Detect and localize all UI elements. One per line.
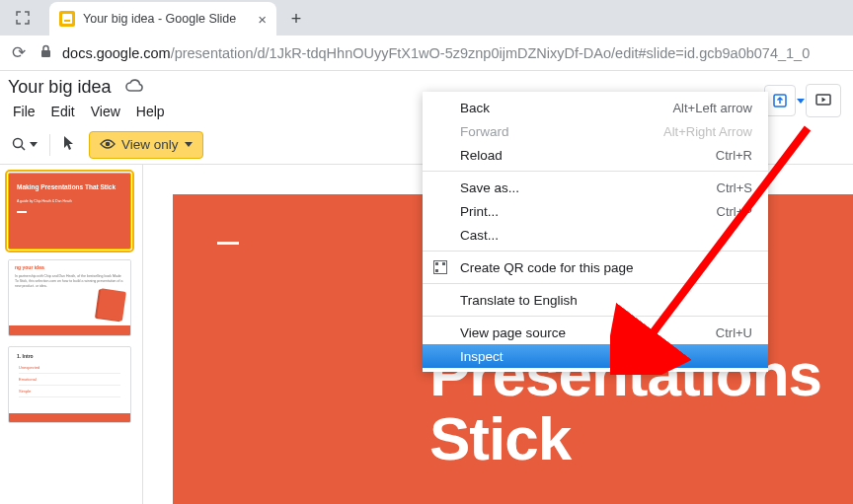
reload-button[interactable]: ⟳: [8, 38, 30, 67]
context-menu-label: Forward: [460, 124, 509, 139]
thumb-heading: 1. Intro: [9, 347, 130, 362]
thumb-accent: [17, 211, 27, 213]
context-menu-label: View page source: [460, 325, 566, 340]
svg-rect-0: [41, 50, 50, 57]
cloud-saved-icon[interactable]: [124, 78, 144, 98]
document-title[interactable]: Your big idea: [4, 75, 115, 100]
share-button[interactable]: [764, 85, 796, 116]
url-text[interactable]: docs.google.com/presentation/d/1JkR-tdqH…: [62, 45, 810, 61]
context-menu-label: Inspect: [460, 349, 504, 364]
svg-point-3: [14, 139, 23, 148]
context-menu-translate[interactable]: Translate to English: [423, 288, 768, 312]
context-menu-print[interactable]: Print...Ctrl+P: [423, 199, 768, 223]
view-only-label: View only: [121, 137, 179, 152]
view-only-button[interactable]: View only: [89, 131, 203, 159]
context-menu-label: Save as...: [460, 180, 519, 195]
slide-accent-bar: [217, 242, 239, 245]
address-bar: ⟳ docs.google.com/presentation/d/1JkR-td…: [0, 36, 853, 71]
context-menu-qr[interactable]: Create QR code for this page: [423, 255, 768, 279]
menu-bar: File Edit View Help: [4, 100, 172, 125]
context-menu-label: Back: [460, 101, 490, 115]
context-menu-label: Print...: [460, 204, 499, 219]
menu-file[interactable]: File: [6, 102, 42, 121]
thumb-footer: [9, 325, 130, 335]
menu-help[interactable]: Help: [129, 102, 172, 121]
context-menu-divider: [423, 251, 768, 252]
context-menu-divider: [423, 283, 768, 284]
list-item: Unexpected: [19, 362, 120, 374]
select-tool[interactable]: [56, 131, 83, 158]
context-menu-divider: [423, 171, 768, 172]
thumb-body: In partnership with Chip and Dan Heath, …: [9, 274, 130, 289]
slide-title-line2: Stick: [429, 406, 821, 470]
eye-icon: [100, 137, 116, 153]
context-menu-saveas[interactable]: Save as...Ctrl+S: [423, 176, 768, 199]
context-menu-shortcut: Alt+Right Arrow: [663, 124, 752, 139]
context-menu-viewsrc[interactable]: View page sourceCtrl+U: [423, 321, 768, 344]
thumb-subtitle: A guide by Chip Heath & Dan Heath: [9, 191, 130, 203]
svg-line-4: [22, 147, 26, 151]
context-menu-forward: ForwardAlt+Right Arrow: [423, 119, 768, 143]
expand-icon[interactable]: [0, 0, 45, 36]
chevron-down-icon: [30, 142, 38, 147]
list-item: Simple: [19, 386, 120, 397]
url-path: /presentation/d/1JkR-tdqHhnOUyyFtX1wO-5z…: [171, 45, 811, 61]
chevron-down-icon: [185, 142, 193, 147]
thumb-heading: ng your idea: [9, 260, 130, 274]
qr-code-icon: [432, 259, 448, 275]
lock-icon[interactable]: [39, 44, 52, 61]
menu-edit[interactable]: Edit: [44, 102, 82, 121]
list-item: Emotional: [19, 374, 120, 386]
zoom-dropdown[interactable]: [6, 133, 43, 156]
new-tab-button[interactable]: +: [282, 5, 310, 33]
menu-view[interactable]: View: [84, 102, 127, 121]
context-menu-inspect[interactable]: Inspect: [423, 344, 768, 368]
tab-close-icon[interactable]: ×: [258, 11, 267, 28]
url-host: docs.google.com: [62, 45, 171, 61]
context-menu: BackAlt+Left arrowForwardAlt+Right Arrow…: [423, 92, 768, 372]
slides-favicon-icon: [59, 11, 75, 27]
present-button[interactable]: [806, 84, 841, 117]
context-menu-shortcut: Ctrl+R: [716, 148, 752, 163]
context-menu-shortcut: Ctrl+U: [716, 325, 752, 340]
book-image-icon: [97, 288, 126, 321]
context-menu-label: Cast...: [460, 228, 499, 243]
browser-tab[interactable]: Your big idea - Google Slide ×: [49, 2, 276, 36]
browser-tab-strip: Your big idea - Google Slide × +: [0, 0, 853, 36]
context-menu-label: Create QR code for this page: [460, 260, 634, 275]
context-menu-label: Translate to English: [460, 293, 578, 308]
slide-thumb-1[interactable]: Making Presentations That Stick A guide …: [8, 173, 131, 250]
context-menu-shortcut: Ctrl+P: [717, 204, 752, 219]
slide-thumb-3[interactable]: 1. Intro Unexpected Emotional Simple: [8, 346, 131, 423]
separator: [49, 134, 50, 156]
context-menu-shortcut: Ctrl+S: [717, 180, 752, 195]
slide-thumb-2[interactable]: ng your idea In partnership with Chip an…: [8, 259, 131, 336]
tab-title: Your big idea - Google Slide: [83, 12, 236, 26]
thumb-list: Unexpected Emotional Simple: [9, 362, 130, 397]
film-strip[interactable]: Making Presentations That Stick A guide …: [0, 165, 143, 504]
svg-point-5: [106, 141, 111, 146]
context-menu-cast[interactable]: Cast...: [423, 223, 768, 247]
thumb-title: Making Presentations That Stick: [9, 174, 130, 191]
context-menu-label: Reload: [460, 148, 503, 163]
context-menu-shortcut: Alt+Left arrow: [672, 101, 752, 115]
context-menu-divider: [423, 316, 768, 317]
dropdown-icon: [797, 99, 805, 104]
context-menu-reload[interactable]: ReloadCtrl+R: [423, 143, 768, 167]
context-menu-back[interactable]: BackAlt+Left arrow: [423, 96, 768, 119]
thumb-footer: [9, 413, 130, 422]
